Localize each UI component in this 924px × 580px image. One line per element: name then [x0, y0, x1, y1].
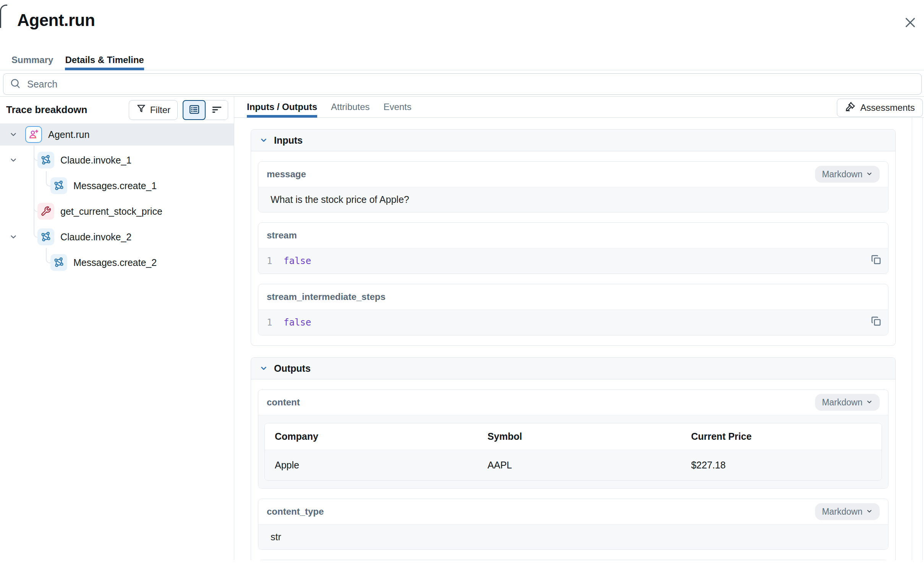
field-name: stream_intermediate_steps	[267, 292, 385, 302]
trace-drawer: Agent.run SummaryDetails & Timeline Trac…	[0, 0, 924, 580]
code-block: 1false	[258, 310, 888, 335]
tool-icon	[38, 203, 54, 220]
assessments-label: Assessments	[860, 102, 915, 113]
close-button[interactable]	[901, 14, 919, 32]
field-header: content_typeMarkdown	[258, 499, 888, 524]
table-header-cell: Symbol	[478, 423, 681, 450]
chevron-down-icon	[866, 507, 873, 517]
chevron-down-icon	[259, 136, 268, 145]
gavel-icon	[845, 101, 856, 114]
tree-row[interactable]: Claude.invoke_1	[0, 149, 234, 171]
chevron-down-icon	[866, 397, 873, 408]
section-inputs: InputsmessageMarkdownWhat is the stock p…	[251, 129, 896, 346]
tree-row-label: Messages.create_1	[73, 180, 156, 191]
view-toggle-group	[183, 100, 228, 120]
copy-icon	[870, 254, 882, 267]
timeline-icon	[211, 104, 223, 117]
field-value-area: What is the stock price of Apple?	[258, 187, 888, 212]
list-details-view-button[interactable]	[183, 100, 206, 120]
drawer-header: Agent.run	[0, 0, 924, 49]
field-header: contentMarkdown	[258, 390, 888, 415]
chevron-down-icon[interactable]	[9, 233, 18, 241]
list-details-icon	[188, 104, 200, 117]
chevron-down-icon[interactable]	[9, 130, 18, 139]
field-name: content_type	[267, 506, 324, 517]
section-title: Inputs	[274, 135, 303, 146]
scrollbar-track[interactable]	[912, 118, 923, 560]
table-cell: Apple	[265, 450, 478, 481]
tree-row-label: get_current_stock_price	[60, 206, 162, 217]
field-content_type: content_typeMarkdownstr	[258, 499, 888, 550]
model-icon	[51, 254, 67, 271]
detail-tab-2[interactable]: Events	[383, 97, 411, 117]
filter-button[interactable]: Filter	[129, 100, 178, 120]
code-value: false	[283, 255, 311, 267]
renderer-label: Markdown	[822, 397, 863, 408]
detail-scroll-area: InputsmessageMarkdownWhat is the stock p…	[234, 118, 924, 560]
chevron-down-icon[interactable]	[9, 156, 18, 164]
search-row	[0, 70, 924, 97]
copy-button[interactable]	[870, 315, 882, 328]
tree-row-label: Agent.run	[48, 129, 89, 140]
tree-row-label: Messages.create_2	[73, 257, 156, 268]
field-metrics: metrics	[258, 560, 888, 560]
top-tab-0[interactable]: Summary	[12, 49, 53, 70]
section-header[interactable]: Inputs	[251, 130, 895, 151]
tree-row-label: Claude.invoke_2	[60, 232, 132, 242]
filter-label: Filter	[150, 105, 170, 115]
field-name: stream	[267, 230, 297, 241]
model-icon	[51, 177, 67, 194]
detail-tab-0[interactable]: Inputs / Outputs	[247, 97, 317, 117]
tree-row[interactable]: Messages.create_2	[0, 251, 234, 274]
detail-tab-1[interactable]: Attributes	[331, 97, 369, 117]
assessments-button[interactable]: Assessments	[837, 99, 923, 117]
span-detail-panel: Inputs / OutputsAttributesEvents Assessm…	[234, 97, 924, 560]
table-header-cell: Current Price	[681, 423, 881, 450]
field-header: messageMarkdown	[258, 161, 888, 187]
line-number: 1	[267, 255, 283, 267]
timeline-view-button[interactable]	[206, 101, 228, 120]
code-value: false	[283, 317, 311, 328]
section-body: messageMarkdownWhat is the stock price o…	[251, 151, 895, 345]
section-outputs: OutputscontentMarkdownCompanySymbolCurre…	[251, 357, 896, 560]
tree-row[interactable]: Messages.create_1	[0, 175, 234, 197]
field-value-area: 1false	[258, 310, 888, 335]
model-icon	[38, 152, 54, 168]
field-message: messageMarkdownWhat is the stock price o…	[258, 161, 888, 213]
code-block: 1false	[258, 248, 888, 274]
field-header: stream_intermediate_steps	[258, 284, 888, 310]
renderer-select[interactable]: Markdown	[815, 394, 880, 411]
chevron-down-icon	[866, 169, 873, 180]
field-value-area: CompanySymbolCurrent PriceAppleAAPL$227.…	[258, 415, 888, 488]
field-name: message	[267, 169, 306, 180]
renderer-select[interactable]: Markdown	[815, 503, 880, 520]
field-header: stream	[258, 223, 888, 248]
table-header-cell: Company	[265, 423, 478, 450]
top-tab-bar: SummaryDetails & Timeline	[0, 49, 924, 70]
detail-tab-bar: Inputs / OutputsAttributesEvents	[234, 97, 924, 118]
main-content: Trace breakdown Filter	[0, 97, 924, 560]
renderer-select[interactable]: Markdown	[815, 166, 880, 183]
field-value-area: 1false	[258, 248, 888, 274]
trace-toolbar: Trace breakdown Filter	[0, 97, 234, 123]
table-row: AppleAAPL$227.18	[265, 450, 881, 481]
model-icon	[38, 229, 54, 245]
table-cell: AAPL	[478, 450, 681, 481]
tree-row[interactable]: Agent.run	[0, 124, 234, 145]
tree-row[interactable]: Claude.invoke_2	[0, 226, 234, 248]
search-input[interactable]	[26, 78, 915, 90]
section-body: contentMarkdownCompanySymbolCurrent Pric…	[251, 379, 895, 560]
close-icon	[903, 16, 917, 31]
tree-row-label: Claude.invoke_1	[60, 155, 132, 166]
trace-breakdown-title: Trace breakdown	[6, 104, 87, 116]
table-cell: $227.18	[681, 450, 881, 481]
copy-button[interactable]	[870, 254, 882, 267]
search-box[interactable]	[3, 73, 922, 95]
tree-row[interactable]: get_current_stock_price	[0, 200, 234, 222]
section-title: Outputs	[274, 363, 311, 374]
field-stream: stream1false	[258, 222, 888, 274]
section-header[interactable]: Outputs	[251, 358, 895, 379]
field-content: contentMarkdownCompanySymbolCurrent Pric…	[258, 389, 888, 489]
page-title: Agent.run	[17, 11, 95, 30]
top-tab-1[interactable]: Details & Timeline	[65, 49, 144, 70]
